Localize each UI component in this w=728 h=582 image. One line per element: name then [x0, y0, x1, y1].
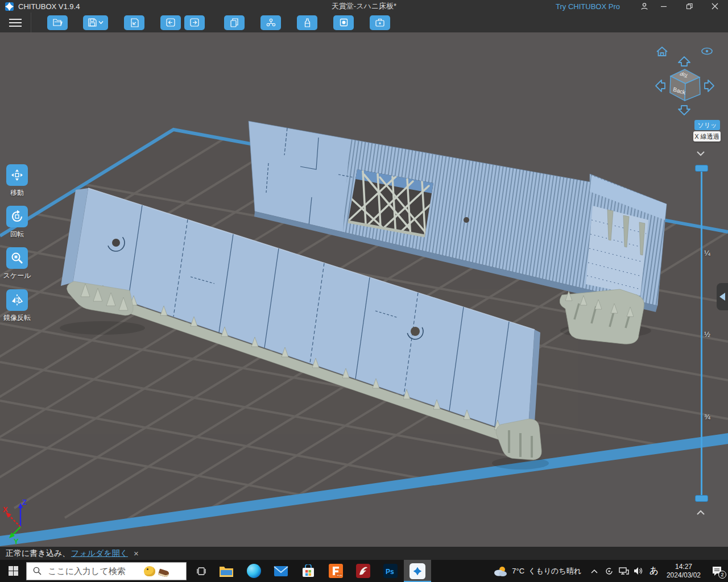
- maximize-button[interactable]: [680, 0, 699, 13]
- rotate-left-arrow[interactable]: [656, 80, 665, 92]
- tool-scale: スケール: [1, 247, 33, 281]
- save-button[interactable]: [83, 15, 108, 30]
- rotate-up-arrow[interactable]: [679, 57, 690, 66]
- taskbar-icon-fusion360[interactable]: FUS: [322, 560, 349, 582]
- windows-logo-icon: [9, 566, 18, 576]
- mirror-button[interactable]: [6, 289, 28, 311]
- notification-center-button[interactable]: 2: [705, 560, 728, 582]
- title-bar: CHITUBOX V1.9.4 天賞堂-スハニ床板* Try CHITUBOX …: [0, 0, 728, 13]
- render-mode-solid-button[interactable]: ソリッド: [694, 120, 720, 130]
- tool-label: スケール: [1, 271, 33, 281]
- hollow-box-icon: [340, 18, 348, 27]
- search-icon: [33, 567, 42, 575]
- import-model-button[interactable]: [124, 15, 144, 30]
- move-button[interactable]: [6, 164, 28, 186]
- scale-icon: [10, 251, 24, 265]
- network-send-button[interactable]: [260, 15, 281, 30]
- task-view-button[interactable]: [190, 560, 213, 582]
- rotate-icon: [10, 210, 24, 223]
- panel-hole: [411, 327, 420, 336]
- render-mode-xray-button[interactable]: X 線透過: [693, 131, 721, 142]
- tray-volume-icon[interactable]: [631, 560, 646, 582]
- taskbar-search[interactable]: [26, 562, 187, 580]
- system-tray: 7°C くもりのち晴れ あ 1: [487, 560, 728, 582]
- try-pro-link[interactable]: Try CHITUBOX Pro: [556, 2, 620, 11]
- mirror-icon: [10, 293, 24, 307]
- close-icon: [712, 3, 718, 10]
- layer-slider-handle-top[interactable]: [695, 165, 708, 172]
- taskbar-icon-chitubox[interactable]: [404, 560, 431, 582]
- shadow: [60, 321, 145, 335]
- open-file-button[interactable]: [47, 15, 68, 30]
- taskbar-icon-mail[interactable]: [267, 560, 295, 582]
- rotate-right-arrow[interactable]: [705, 80, 714, 92]
- toolbox-icon: [375, 18, 384, 27]
- taskbar-icon-file-explorer[interactable]: [213, 560, 240, 582]
- undo-button[interactable]: [160, 15, 181, 30]
- ime-indicator[interactable]: あ: [646, 560, 662, 582]
- tool-label: 移動: [1, 188, 33, 198]
- rotate-down-arrow[interactable]: [679, 106, 690, 115]
- open-folder-link[interactable]: フォルダを開く: [71, 548, 128, 559]
- redo-icon: [190, 18, 199, 27]
- chevron-up-icon: [591, 569, 598, 573]
- view-cube[interactable]: Top Back: [670, 69, 700, 101]
- import-model-icon: [130, 18, 139, 27]
- mail-icon: [274, 566, 288, 577]
- slider-collapse-chevron[interactable]: [696, 151, 705, 156]
- taskbar-icon-store[interactable]: [295, 560, 322, 582]
- taskbar-icon-red-app[interactable]: [349, 560, 377, 582]
- fusion360-icon: FUS: [329, 564, 343, 578]
- rotate-button[interactable]: [6, 206, 28, 227]
- view-cube-nav: Top Back: [651, 44, 718, 127]
- viewport-3d[interactable]: 移動 回転 スケール 鏡像反転: [0, 32, 728, 547]
- close-button[interactable]: [705, 0, 725, 13]
- weather-widget[interactable]: 7°C くもりのち晴れ: [487, 560, 587, 582]
- account-button[interactable]: [635, 0, 654, 13]
- minimize-icon: [660, 3, 667, 10]
- layer-slider-track[interactable]: [701, 169, 702, 497]
- copy-button[interactable]: [224, 15, 245, 30]
- folder-open-icon: [53, 18, 63, 27]
- toolbox-button[interactable]: [370, 15, 390, 30]
- taskbar-icon-edge[interactable]: [240, 560, 267, 582]
- weather-desc: くもりのち晴れ: [528, 566, 581, 576]
- triangle-left-icon: [719, 293, 725, 301]
- weather-icon: [493, 566, 508, 577]
- menu-button[interactable]: [0, 13, 31, 32]
- weather-temp: 7°C: [512, 567, 524, 575]
- bottle-icon: [304, 18, 311, 27]
- network-nodes-icon: [266, 18, 276, 27]
- chevron-down-icon: [98, 20, 104, 24]
- tray-sync-icon[interactable]: [602, 560, 617, 582]
- search-highlight-decoration: [144, 565, 173, 579]
- tray-overflow-button[interactable]: [587, 560, 602, 582]
- side-panel-expand-tab[interactable]: [717, 283, 728, 310]
- network-icon: [619, 567, 629, 575]
- start-button[interactable]: [0, 560, 26, 582]
- panel-hole: [464, 217, 469, 223]
- red-app-icon: [356, 564, 370, 578]
- taskbar-clock[interactable]: 14:27 2024/03/02: [662, 563, 705, 580]
- tool-label: 鏡像反転: [1, 313, 33, 323]
- minimize-button[interactable]: [654, 0, 673, 13]
- slider-label-half: ½: [704, 330, 710, 339]
- redo-button[interactable]: [184, 15, 205, 30]
- tray-network-icon[interactable]: [617, 560, 631, 582]
- perspective-toggle-button[interactable]: [702, 48, 712, 55]
- resin-button[interactable]: [297, 15, 317, 30]
- layer-slider-handle-bottom[interactable]: [695, 495, 708, 502]
- scale-button[interactable]: [6, 247, 28, 269]
- cookie-image: [158, 568, 170, 577]
- status-close-button[interactable]: ×: [134, 548, 139, 558]
- clock-time: 14:27: [667, 563, 701, 571]
- slider-label-three-quarter: ¾: [704, 413, 710, 421]
- slider-expand-chevron[interactable]: [696, 510, 705, 516]
- home-view-button[interactable]: [657, 47, 667, 56]
- taskbar-icon-photoshop[interactable]: Ps: [377, 560, 404, 582]
- hollow-button[interactable]: [333, 15, 354, 30]
- chitubox-icon: [410, 563, 425, 579]
- undo-icon: [166, 18, 175, 27]
- viewport-3d-scene[interactable]: [0, 32, 728, 547]
- tool-rotate: 回転: [1, 206, 33, 239]
